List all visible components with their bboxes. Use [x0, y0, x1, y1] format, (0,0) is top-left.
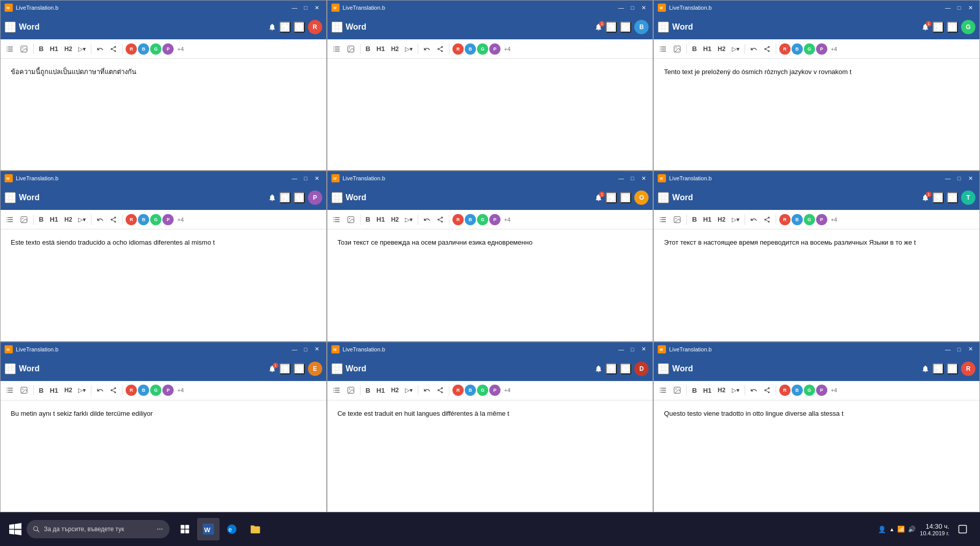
apps-grid-icon[interactable] — [5, 363, 16, 374]
list-button[interactable] — [330, 213, 343, 226]
maximize-button[interactable]: □ — [627, 173, 637, 183]
help-icon[interactable] — [947, 363, 958, 374]
undo-button[interactable] — [421, 213, 433, 226]
minimize-button[interactable]: — — [943, 173, 953, 183]
share-button[interactable] — [761, 213, 773, 226]
image-button[interactable] — [345, 384, 357, 397]
h1-button[interactable]: H1 — [47, 384, 60, 397]
h1-button[interactable]: H1 — [701, 384, 714, 397]
apps-grid-icon[interactable] — [5, 192, 16, 203]
maximize-button[interactable]: □ — [301, 3, 311, 13]
h2-button[interactable]: H2 — [62, 213, 74, 226]
settings-icon[interactable] — [606, 363, 617, 374]
maximize-button[interactable]: □ — [627, 344, 637, 354]
settings-icon[interactable] — [933, 192, 944, 203]
help-icon[interactable] — [294, 363, 305, 374]
minimize-button[interactable]: — — [616, 344, 626, 354]
apps-grid-icon[interactable] — [331, 363, 343, 374]
share-button[interactable] — [761, 384, 773, 397]
h2-button[interactable]: H2 — [389, 42, 401, 56]
help-icon[interactable] — [620, 363, 631, 374]
image-button[interactable] — [18, 42, 30, 56]
help-icon[interactable] — [620, 21, 631, 33]
settings-icon[interactable] — [279, 192, 291, 203]
apps-grid-icon[interactable] — [331, 192, 343, 203]
apps-grid-icon[interactable] — [658, 192, 669, 203]
undo-button[interactable] — [421, 42, 433, 56]
close-button[interactable]: ✕ — [312, 3, 322, 13]
settings-icon[interactable] — [279, 363, 291, 374]
undo-button[interactable] — [748, 384, 759, 397]
play-button[interactable]: ▷▾ — [403, 213, 415, 226]
play-button[interactable]: ▷▾ — [76, 213, 88, 226]
help-icon[interactable] — [294, 21, 305, 33]
share-button[interactable] — [761, 42, 773, 56]
play-button[interactable]: ▷▾ — [730, 213, 742, 226]
list-button[interactable] — [4, 213, 16, 226]
image-button[interactable] — [18, 213, 30, 226]
share-button[interactable] — [108, 213, 119, 226]
close-button[interactable]: ✕ — [312, 173, 322, 183]
settings-icon[interactable] — [606, 192, 617, 203]
notification-button[interactable] — [953, 518, 972, 540]
list-button[interactable] — [4, 42, 16, 56]
h1-button[interactable]: H1 — [701, 213, 714, 226]
bold-button[interactable]: B — [364, 384, 372, 397]
h1-button[interactable]: H1 — [374, 42, 387, 56]
maximize-button[interactable]: □ — [954, 3, 964, 13]
word-taskbar-button[interactable]: W — [197, 518, 220, 540]
settings-icon[interactable] — [606, 21, 617, 33]
apps-grid-icon[interactable] — [331, 21, 343, 33]
list-button[interactable] — [4, 384, 16, 397]
apps-grid-icon[interactable] — [5, 21, 16, 33]
tray-expand-icon[interactable]: ▲ — [889, 527, 894, 532]
maximize-button[interactable]: □ — [954, 173, 964, 183]
bold-button[interactable]: B — [690, 213, 699, 226]
image-button[interactable] — [671, 42, 683, 56]
list-button[interactable] — [657, 384, 669, 397]
share-button[interactable] — [435, 42, 446, 56]
play-button[interactable]: ▷▾ — [76, 384, 88, 397]
h1-button[interactable]: H1 — [374, 384, 387, 397]
minimize-button[interactable]: — — [290, 344, 300, 354]
bold-button[interactable]: B — [690, 42, 699, 56]
h2-button[interactable]: H2 — [715, 384, 727, 397]
edge-taskbar-button[interactable]: e — [221, 518, 243, 540]
apps-grid-icon[interactable] — [658, 363, 669, 374]
minimize-button[interactable]: — — [290, 173, 300, 183]
close-button[interactable]: ✕ — [638, 344, 649, 354]
h2-button[interactable]: H2 — [389, 213, 401, 226]
play-button[interactable]: ▷▾ — [730, 42, 742, 56]
bold-button[interactable]: B — [37, 213, 45, 226]
taskview-button[interactable] — [174, 518, 196, 540]
close-button[interactable]: ✕ — [965, 344, 975, 354]
share-button[interactable] — [108, 42, 119, 56]
share-button[interactable] — [435, 213, 446, 226]
maximize-button[interactable]: □ — [627, 3, 637, 13]
bold-button[interactable]: B — [37, 42, 45, 56]
h2-button[interactable]: H2 — [62, 384, 74, 397]
explorer-taskbar-button[interactable] — [244, 518, 267, 540]
undo-button[interactable] — [94, 213, 106, 226]
undo-button[interactable] — [748, 213, 759, 226]
minimize-button[interactable]: — — [943, 344, 953, 354]
help-icon[interactable] — [620, 192, 631, 203]
list-button[interactable] — [657, 213, 669, 226]
play-button[interactable]: ▷▾ — [403, 384, 415, 397]
close-button[interactable]: ✕ — [638, 3, 649, 13]
search-bar[interactable]: За да търсите, въведете тук — [27, 520, 170, 538]
play-button[interactable]: ▷▾ — [76, 42, 88, 56]
close-button[interactable]: ✕ — [312, 344, 322, 354]
image-button[interactable] — [345, 213, 357, 226]
settings-icon[interactable] — [279, 21, 291, 33]
close-button[interactable]: ✕ — [965, 173, 975, 183]
list-button[interactable] — [330, 42, 343, 56]
minimize-button[interactable]: — — [290, 3, 300, 13]
h2-button[interactable]: H2 — [62, 42, 74, 56]
close-button[interactable]: ✕ — [965, 3, 975, 13]
play-button[interactable]: ▷▾ — [730, 384, 742, 397]
help-icon[interactable] — [947, 21, 958, 33]
list-button[interactable] — [330, 384, 343, 397]
undo-button[interactable] — [94, 384, 106, 397]
taskbar-clock[interactable]: 14:30 ч. 10.4.2019 г. — [920, 523, 949, 536]
